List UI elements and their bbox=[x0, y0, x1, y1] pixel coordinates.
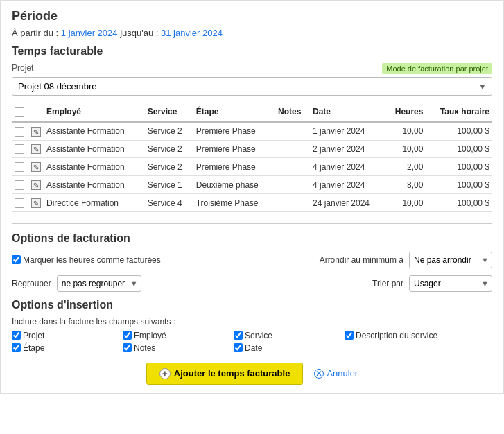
row-checkbox-icon[interactable] bbox=[15, 127, 24, 137]
row-service: Service 4 bbox=[145, 194, 193, 212]
row-edit-icon[interactable]: ✎ bbox=[31, 198, 41, 208]
table-header-service: Service bbox=[145, 103, 193, 122]
mark-billed-label[interactable]: Marquer les heures comme facturées bbox=[12, 255, 161, 265]
row-service: Service 2 bbox=[145, 158, 193, 176]
field-projet-checkbox[interactable] bbox=[12, 331, 21, 340]
row-hours: 8,00 bbox=[385, 176, 426, 194]
row-checkbox-cell[interactable] bbox=[12, 176, 28, 194]
field-projet[interactable]: Projet bbox=[12, 331, 123, 340]
period-from-label: À partir du : bbox=[12, 28, 58, 38]
table-header-notes: Notes bbox=[275, 103, 310, 122]
row-hours: 10,00 bbox=[385, 140, 426, 158]
period-row: À partir du : 1 janvier 2024 jusqu'au : … bbox=[12, 28, 492, 38]
header-checkbox-icon[interactable] bbox=[15, 107, 24, 117]
row-edit-icon[interactable]: ✎ bbox=[31, 144, 41, 154]
footer-row: + Ajouter le temps facturable ✕ Annuler bbox=[12, 363, 492, 385]
field-date-label: Date bbox=[245, 343, 262, 353]
add-button-label: Ajouter le temps facturable bbox=[174, 368, 290, 379]
row-employee: Assistante Formation bbox=[44, 140, 145, 158]
row-edit-icon[interactable]: ✎ bbox=[31, 162, 41, 172]
row-checkbox-cell[interactable] bbox=[12, 194, 28, 212]
insertion-options-section: Options d'insertion Inclure dans la fact… bbox=[12, 299, 492, 353]
row-date: 24 janvier 2024 bbox=[310, 194, 385, 212]
row-edit-icon-cell[interactable]: ✎ bbox=[28, 194, 44, 212]
field-service-checkbox[interactable] bbox=[234, 331, 243, 340]
row-edit-icon[interactable]: ✎ bbox=[31, 127, 41, 137]
row-edit-icon[interactable]: ✎ bbox=[31, 180, 41, 190]
billable-table: Employé Service Étape Notes Date Heures … bbox=[12, 103, 492, 212]
row-rate: 100,00 $ bbox=[426, 140, 492, 158]
field-description-service[interactable]: Description du service bbox=[345, 331, 492, 340]
table-header-checkbox[interactable] bbox=[12, 103, 28, 122]
group-select[interactable]: ne pas regrouper par employé par service… bbox=[57, 275, 141, 292]
table-row: ✎ Directice Formation Service 4 Troisièm… bbox=[12, 194, 492, 212]
field-service[interactable]: Service bbox=[234, 331, 345, 340]
group-label: Regrouper bbox=[12, 279, 51, 288]
row-edit-icon-cell[interactable]: ✎ bbox=[28, 122, 44, 140]
row-checkbox-icon[interactable] bbox=[15, 198, 24, 208]
table-header-employee: Employé bbox=[44, 103, 145, 122]
field-description-service-checkbox[interactable] bbox=[345, 331, 354, 340]
insertion-fields-grid: Projet Employé Service Description du se… bbox=[12, 331, 492, 353]
row-employee: Assistante Formation bbox=[44, 158, 145, 176]
period-to-label: jusqu'au : bbox=[120, 28, 161, 38]
row-date: 2 janvier 2024 bbox=[310, 140, 385, 158]
row-service: Service 1 bbox=[145, 176, 193, 194]
mark-billed-checkbox[interactable] bbox=[12, 255, 21, 264]
sort-select[interactable]: Usager Date Service Étape bbox=[409, 275, 492, 292]
row-notes bbox=[275, 176, 310, 194]
row-edit-icon-cell[interactable]: ✎ bbox=[28, 158, 44, 176]
section-divider bbox=[12, 223, 492, 224]
cancel-button-label: Annuler bbox=[327, 368, 358, 379]
row-checkbox-icon[interactable] bbox=[15, 180, 24, 190]
field-notes[interactable]: Notes bbox=[123, 343, 234, 353]
field-notes-checkbox[interactable] bbox=[123, 343, 132, 352]
row-phase: Deuxième phase bbox=[193, 176, 275, 194]
insertion-note: Inclure dans la facture les champs suiva… bbox=[12, 317, 492, 327]
field-etape[interactable]: Étape bbox=[12, 343, 123, 353]
field-date-checkbox[interactable] bbox=[234, 343, 243, 352]
row-phase: Première Phase bbox=[193, 122, 275, 140]
row-service: Service 2 bbox=[145, 140, 193, 158]
table-row: ✎ Assistante Formation Service 2 Premièr… bbox=[12, 158, 492, 176]
cancel-button[interactable]: ✕ Annuler bbox=[314, 368, 358, 379]
mode-badge: Mode de facturation par projet bbox=[382, 63, 492, 74]
period-to-link[interactable]: 31 janvier 2024 bbox=[161, 28, 223, 38]
row-rate: 100,00 $ bbox=[426, 122, 492, 140]
row-phase: Troisième Phase bbox=[193, 194, 275, 212]
table-header-icon bbox=[28, 103, 44, 122]
billing-options-title: Options de facturation bbox=[12, 232, 492, 245]
field-notes-label: Notes bbox=[134, 343, 155, 353]
field-employe-label: Employé bbox=[134, 331, 166, 340]
field-employe-checkbox[interactable] bbox=[123, 331, 132, 340]
row-phase: Première Phase bbox=[193, 140, 275, 158]
table-header-date: Date bbox=[310, 103, 385, 122]
row-rate: 100,00 $ bbox=[426, 194, 492, 212]
row-checkbox-cell[interactable] bbox=[12, 140, 28, 158]
table-row: ✎ Assistante Formation Service 2 Premièr… bbox=[12, 122, 492, 140]
round-select[interactable]: Ne pas arrondir 15 minutes 30 minutes 1 … bbox=[409, 252, 492, 268]
period-from-link[interactable]: 1 janvier 2024 bbox=[61, 28, 118, 38]
field-employe[interactable]: Employé bbox=[123, 331, 234, 340]
project-select[interactable]: Projet 08 décembre bbox=[12, 77, 492, 96]
field-date[interactable]: Date bbox=[234, 343, 345, 353]
sort-label: Trier par bbox=[372, 279, 403, 288]
row-notes bbox=[275, 194, 310, 212]
row-edit-icon-cell[interactable]: ✎ bbox=[28, 140, 44, 158]
row-edit-icon-cell[interactable]: ✎ bbox=[28, 176, 44, 194]
row-notes bbox=[275, 158, 310, 176]
field-etape-label: Étape bbox=[23, 343, 44, 353]
field-projet-label: Projet bbox=[23, 331, 44, 340]
add-icon: + bbox=[159, 368, 171, 379]
row-checkbox-icon[interactable] bbox=[15, 144, 24, 154]
row-checkbox-cell[interactable] bbox=[12, 122, 28, 140]
row-phase: Première Phase bbox=[193, 158, 275, 176]
project-label: Projet bbox=[12, 63, 33, 73]
add-billable-button[interactable]: + Ajouter le temps facturable bbox=[146, 363, 304, 385]
row-checkbox-icon[interactable] bbox=[15, 162, 24, 172]
field-description-service-label: Description du service bbox=[356, 331, 437, 340]
row-checkbox-cell[interactable] bbox=[12, 158, 28, 176]
field-etape-checkbox[interactable] bbox=[12, 343, 21, 352]
row-employee: Directice Formation bbox=[44, 194, 145, 212]
row-service: Service 2 bbox=[145, 122, 193, 140]
